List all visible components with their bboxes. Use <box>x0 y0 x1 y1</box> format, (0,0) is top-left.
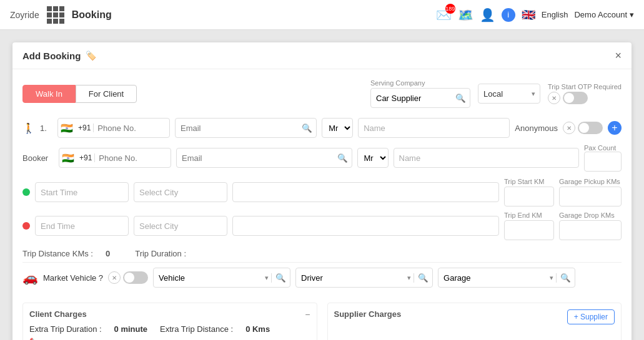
garage-drop-km-group: Garage Drop KMs 0 <box>559 211 622 240</box>
top-options-row: Walk In For Client Serving Company 🔍 <box>22 79 622 108</box>
chevron-down-icon: ▾ <box>630 10 634 19</box>
main-area: Add Booking 🏷️ × Walk In For Client Serv… <box>0 30 644 340</box>
end-city-input[interactable] <box>134 216 227 236</box>
navbar-logo: Zoyride <box>10 10 39 20</box>
supplier-charges-title-row: Supplier Charges + Supplier <box>334 309 615 324</box>
passenger-phone-field: 🇮🇳 +91 🔍 <box>57 118 170 138</box>
anonymous-toggle: ✕ <box>563 122 603 134</box>
garage-search-button[interactable]: 🔍 <box>556 273 575 283</box>
walk-icon: 🚶 <box>22 122 35 134</box>
otp-toggle-x-button[interactable]: ✕ <box>548 92 560 104</box>
extra-trip-distance-label: Extra Trip Distance : <box>160 324 233 334</box>
market-vehicle-label: Market Vehicle ? <box>43 273 103 283</box>
booker-email-input[interactable] <box>177 150 334 166</box>
supplier-charges-box: Supplier Charges + Supplier <box>327 303 622 340</box>
info-icon[interactable]: i <box>502 8 515 22</box>
otp-toggle-switch[interactable] <box>563 92 588 104</box>
garage-dropdown-wrap: Garage ▾ 🔍 <box>438 268 575 288</box>
market-vehicle-toggle: ✕ <box>108 271 148 284</box>
serving-company-input-wrap: 🔍 <box>370 88 470 108</box>
trip-start-row: Trip Start KM 0 Garage Pickup KMs 0 <box>22 178 622 206</box>
passenger-email-field: 🔍 <box>175 118 317 138</box>
serving-otp-row: Serving Company 🔍 Local Outstation Airpo… <box>370 79 622 108</box>
vehicle-dropdown-wrap: Vehicle ▾ 🔍 <box>153 268 290 288</box>
supplier-charges-title: Supplier Charges <box>334 309 402 324</box>
booker-email-search-button[interactable]: 🔍 <box>334 151 352 165</box>
anonymous-toggle-x-button[interactable]: ✕ <box>563 122 575 134</box>
grid-icon[interactable] <box>47 6 64 24</box>
car-icon: 🚗 <box>22 270 38 285</box>
client-charges-collapse-button[interactable]: − <box>305 309 310 319</box>
pax-count-input[interactable]: 1 <box>584 152 622 172</box>
vehicle-dropdown-arrow: ▾ <box>262 274 271 282</box>
booker-label: Booker <box>22 153 54 163</box>
garage-drop-km-input[interactable]: 0 <box>559 220 622 240</box>
end-location-input[interactable] <box>232 216 499 236</box>
booker-mr-select[interactable]: MrMsMrs <box>357 148 389 168</box>
pax-count-label: Pax Count <box>584 144 622 152</box>
navbar-left: Zoyride Booking <box>10 6 112 24</box>
market-vehicle-toggle-switch[interactable] <box>123 271 148 284</box>
trip-distance-value: 0 <box>106 249 110 258</box>
start-location-input[interactable] <box>232 182 499 202</box>
market-vehicle-x-button[interactable]: ✕ <box>108 271 121 284</box>
person-icon[interactable]: 👤 <box>480 7 495 22</box>
extra-trip-distance-value: 0 Kms <box>245 324 270 334</box>
vehicle-select[interactable]: Vehicle <box>154 273 262 283</box>
passenger-email-search-button[interactable]: 🔍 <box>298 121 316 135</box>
passenger-email-input[interactable] <box>176 120 298 136</box>
anonymous-label: Anonymous <box>515 124 558 133</box>
close-button[interactable]: × <box>615 50 622 61</box>
booker-row: Booker 🇮🇳 +91 🔍 🔍 MrMsMrs <box>22 144 622 172</box>
end-time-input[interactable] <box>35 216 129 236</box>
start-time-input[interactable] <box>35 182 129 202</box>
notifications-icon[interactable]: ✉️ 189 <box>436 7 452 22</box>
navbar-right: ✉️ 189 🗺️ 👤 i 🇬🇧 English Demo Account ▾ <box>436 7 634 22</box>
card-body-scroll[interactable]: Walk In For Client Serving Company 🔍 <box>12 69 632 340</box>
passenger-number: 1. <box>40 124 52 133</box>
trip-start-dot <box>22 188 30 196</box>
card-body: Walk In For Client Serving Company 🔍 <box>12 69 632 340</box>
trip-start-km-label: Trip Start KM <box>504 178 554 185</box>
demo-account-menu[interactable]: Demo Account ▾ <box>574 10 634 19</box>
passenger-name-input[interactable] <box>358 118 510 138</box>
walk-in-button[interactable]: Walk In <box>22 85 76 103</box>
trip-end-km-group: Trip End KM 0 <box>504 211 554 240</box>
serving-company-search-button[interactable]: 🔍 <box>452 94 470 103</box>
trip-summary-row: Trip Distance KMs : 0 Trip Duration : <box>22 245 622 262</box>
driver-dropdown-arrow: ▾ <box>405 274 414 282</box>
anonymous-toggle-switch[interactable] <box>578 122 603 134</box>
passenger-row: 🚶 1. 🇮🇳 +91 🔍 🔍 MrMsMrs <box>22 118 622 138</box>
trip-type-select[interactable]: Local Outstation Airport <box>478 84 540 104</box>
booker-email-field: 🔍 <box>176 148 352 168</box>
trip-type-select-wrap: Local Outstation Airport <box>478 84 540 104</box>
start-city-input[interactable] <box>134 182 227 202</box>
for-client-button[interactable]: For Client <box>76 85 137 103</box>
trip-start-km-group: Trip Start KM 0 <box>504 178 554 206</box>
driver-select[interactable]: Driver <box>296 273 405 283</box>
garage-pickup-km-input[interactable]: 0 <box>559 187 622 206</box>
serving-company-input[interactable] <box>371 94 452 103</box>
passenger-flag: 🇮🇳 <box>58 122 76 134</box>
passenger-mr-select[interactable]: MrMsMrs <box>322 118 353 138</box>
passenger-country-code: +91 <box>76 124 94 132</box>
card-title: Add Booking <box>22 51 81 61</box>
trip-end-km-label: Trip End KM <box>504 211 554 219</box>
add-passenger-button[interactable]: + <box>608 121 622 135</box>
client-charges-edit-button[interactable]: ✏️ <box>29 338 40 340</box>
map-icon[interactable]: 🗺️ <box>458 7 473 22</box>
page-title: Booking <box>72 9 112 21</box>
add-supplier-button[interactable]: + Supplier <box>567 309 615 324</box>
trip-start-km-input[interactable]: 0 <box>504 187 554 206</box>
extra-trip-duration-label: Extra Trip Duration : <box>29 324 102 334</box>
garage-dropdown-arrow: ▾ <box>547 274 556 282</box>
vehicle-search-button[interactable]: 🔍 <box>271 273 290 283</box>
garage-select[interactable]: Garage <box>438 273 547 283</box>
demo-account-label: Demo Account <box>574 10 627 19</box>
trip-end-km-input[interactable]: 0 <box>504 220 554 240</box>
booker-name-input[interactable] <box>394 148 580 168</box>
garage-drop-km-label: Garage Drop KMs <box>559 211 622 219</box>
trip-start-otp-group: Trip Start OTP Required ✕ <box>548 83 622 104</box>
garage-pickup-km-label: Garage Pickup KMs <box>559 178 622 185</box>
driver-search-button[interactable]: 🔍 <box>414 273 432 283</box>
